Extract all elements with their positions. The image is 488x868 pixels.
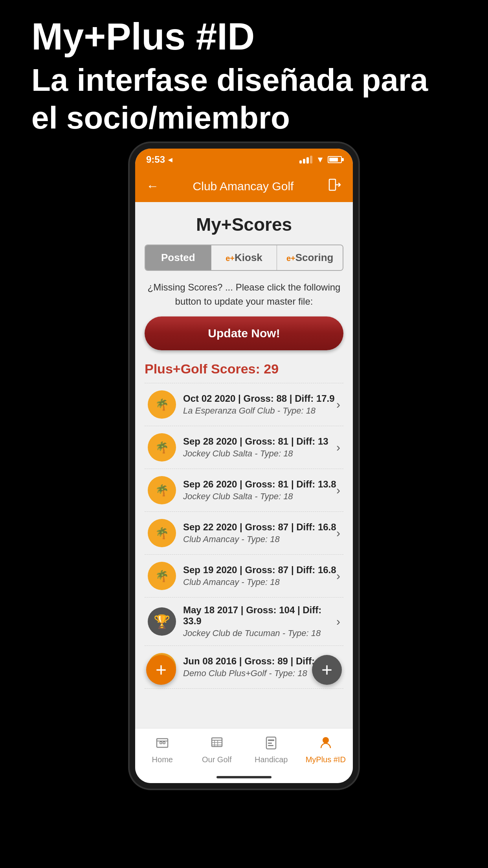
score-sub-line: Jockey Club Salta - Type: 18 <box>183 449 336 459</box>
bottom-nav: Home Our Golf <box>135 728 353 771</box>
score-list: 🌴Oct 02 2020 | Gross: 88 | Diff: 17.9La … <box>145 383 343 689</box>
nav-our-golf[interactable]: Our Golf <box>190 736 244 764</box>
score-chevron-icon: › <box>336 615 340 628</box>
handicap-icon <box>264 736 278 753</box>
palm-icon: 🌴 <box>152 566 172 586</box>
palm-icon: 🌴 <box>152 395 172 414</box>
wifi-icon: ▾ <box>318 154 322 165</box>
tab-posted-label: Posted <box>161 252 195 263</box>
score-chevron-icon: › <box>336 398 340 411</box>
score-main-line: Oct 02 2020 | Gross: 88 | Diff: 17.9 <box>183 393 336 404</box>
tab-kiosk-prefix: e+ <box>226 254 235 263</box>
svg-rect-16 <box>157 739 168 741</box>
score-avatar: 🌴 <box>148 476 176 504</box>
tab-kiosk-label: Kiosk <box>235 252 262 263</box>
score-chevron-icon: › <box>336 484 340 497</box>
nav-title: Club Amancay Golf <box>193 180 294 193</box>
svg-rect-14 <box>160 742 162 744</box>
svg-point-27 <box>323 737 329 743</box>
svg-rect-25 <box>268 743 272 744</box>
nav-home-label: Home <box>152 755 173 764</box>
tab-scoring-prefix: e+ <box>286 254 295 263</box>
palm-icon: 🌴 <box>152 438 172 457</box>
trophy-icon: 🏆 <box>154 614 170 629</box>
score-info: Sep 28 2020 | Gross: 81 | Diff: 13Jockey… <box>183 436 336 459</box>
location-icon: ◂ <box>168 155 172 164</box>
score-sub-line: Jockey Club de Tucuman - Type: 18 <box>183 628 336 638</box>
score-info: Oct 02 2020 | Gross: 88 | Diff: 17.9La E… <box>183 393 336 416</box>
score-info: Sep 26 2020 | Gross: 81 | Diff: 13.8Jock… <box>183 479 336 502</box>
signal-icon <box>299 156 312 164</box>
score-main-line: Sep 22 2020 | Gross: 87 | Diff: 16.8 <box>183 522 336 533</box>
fab-dark-button[interactable]: + <box>312 655 342 685</box>
score-chevron-icon: › <box>336 441 340 454</box>
svg-text:🌴: 🌴 <box>155 441 169 454</box>
score-info: Sep 22 2020 | Gross: 87 | Diff: 16.8Club… <box>183 522 336 544</box>
palm-icon: 🌴 <box>152 523 172 543</box>
score-sub-line: La Esperanza Golf Club - Type: 18 <box>183 406 336 416</box>
svg-text:🌴: 🌴 <box>155 570 169 583</box>
score-avatar: 🏆 <box>148 607 176 636</box>
score-item[interactable]: 🏆May 18 2017 | Gross: 104 | Diff: 33.9Jo… <box>145 597 343 645</box>
status-right: ▾ <box>299 154 342 165</box>
score-item[interactable]: 🌴Sep 26 2020 | Gross: 81 | Diff: 13.8Joc… <box>145 469 343 511</box>
svg-text:🌴: 🌴 <box>155 484 169 497</box>
promo-header: My+Plus #ID La interfase diseñada para e… <box>0 0 488 149</box>
tab-posted[interactable]: Posted <box>145 245 211 270</box>
home-indicator <box>135 771 353 783</box>
our-golf-icon <box>210 736 224 753</box>
scores-heading: Plus+Golf Scores: 29 <box>145 361 343 377</box>
palm-icon: 🌴 <box>152 480 172 500</box>
nav-myplus-id[interactable]: MyPlus #ID <box>299 736 353 764</box>
status-left: 9:53 ◂ <box>146 154 172 165</box>
nav-our-golf-label: Our Golf <box>202 755 232 764</box>
myplus-icon <box>319 736 333 753</box>
svg-rect-15 <box>163 742 165 744</box>
phone-frame: 9:53 ◂ ▾ ← Club Amancay Golf <box>135 149 353 783</box>
nav-home[interactable]: Home <box>135 736 190 764</box>
svg-rect-24 <box>268 739 274 741</box>
tab-kiosk[interactable]: e+Kiosk <box>211 245 277 270</box>
nav-handicap[interactable]: Handicap <box>244 736 299 764</box>
score-sub-line: Club Amancay - Type: 18 <box>183 534 336 544</box>
update-now-button[interactable]: Update Now! <box>145 316 343 350</box>
battery-icon <box>328 156 342 163</box>
missing-notice: ¿Missing Scores? ... Please click the fo… <box>145 280 343 309</box>
score-item[interactable]: 🌴Sep 28 2020 | Gross: 81 | Diff: 13Jocke… <box>145 426 343 469</box>
score-sub-line: Club Amancay - Type: 18 <box>183 577 336 587</box>
tab-scoring-label: Scoring <box>295 252 334 263</box>
score-main-line: Sep 26 2020 | Gross: 81 | Diff: 13.8 <box>183 479 336 490</box>
score-main-line: Sep 28 2020 | Gross: 81 | Diff: 13 <box>183 436 336 447</box>
promo-title: My+Plus #ID <box>31 16 457 57</box>
tabs-container: Posted e+Kiosk e+Scoring <box>145 245 343 271</box>
score-chevron-icon: › <box>336 526 340 540</box>
back-button[interactable]: ← <box>146 179 159 193</box>
nav-bar: ← Club Amancay Golf <box>135 171 353 202</box>
score-item[interactable]: 🌴Sep 19 2020 | Gross: 87 | Diff: 16.8Clu… <box>145 554 343 597</box>
fab-orange-button[interactable]: + <box>146 655 176 685</box>
promo-subtitle: La interfase diseñada para el socio/miem… <box>31 61 457 137</box>
svg-text:🌴: 🌴 <box>155 398 169 411</box>
score-item[interactable]: 🌴Sep 22 2020 | Gross: 87 | Diff: 16.8Clu… <box>145 511 343 554</box>
score-main-line: May 18 2017 | Gross: 104 | Diff: 33.9 <box>183 605 336 627</box>
score-info: Sep 19 2020 | Gross: 87 | Diff: 16.8Club… <box>183 565 336 587</box>
home-bar <box>216 776 272 778</box>
svg-rect-26 <box>268 745 273 746</box>
page-title: My+Scores <box>145 214 343 235</box>
score-avatar: 🌴 <box>148 562 176 590</box>
score-avatar: 🌴 <box>148 433 176 462</box>
time-display: 9:53 <box>146 154 165 165</box>
tab-scoring[interactable]: e+Scoring <box>277 245 343 270</box>
score-item[interactable]: 🌴Oct 02 2020 | Gross: 88 | Diff: 17.9La … <box>145 383 343 426</box>
status-bar: 9:53 ◂ ▾ <box>135 149 353 171</box>
score-main-line: Sep 19 2020 | Gross: 87 | Diff: 16.8 <box>183 565 336 576</box>
score-avatar: 🌴 <box>148 519 176 547</box>
home-icon <box>155 736 169 753</box>
score-chevron-icon: › <box>336 569 340 583</box>
nav-myplus-label: MyPlus #ID <box>306 755 346 764</box>
logout-icon[interactable] <box>328 178 342 195</box>
score-avatar: 🌴 <box>148 390 176 419</box>
nav-handicap-label: Handicap <box>255 755 288 764</box>
svg-rect-0 <box>329 179 336 190</box>
svg-text:🌴: 🌴 <box>155 527 169 540</box>
